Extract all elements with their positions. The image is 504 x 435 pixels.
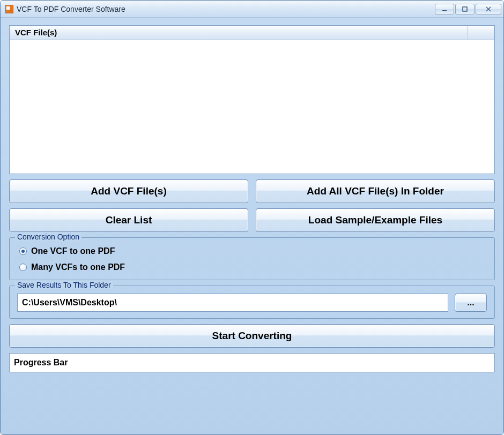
svg-rect-1: [463, 7, 467, 11]
conversion-option-legend: Conversion Option: [15, 232, 81, 241]
radio-many-to-one[interactable]: Many VCFs to one PDF: [19, 262, 485, 272]
clear-list-button[interactable]: Clear List: [9, 208, 248, 232]
conversion-radio-group: One VCF to one PDF Many VCFs to one PDF: [17, 242, 487, 273]
save-folder-input[interactable]: [17, 294, 448, 312]
conversion-option-group: Conversion Option One VCF to one PDF Man…: [9, 237, 495, 280]
window-controls: [435, 4, 501, 14]
radio-label: Many VCFs to one PDF: [31, 262, 125, 272]
app-icon: [5, 5, 13, 13]
minimize-button[interactable]: [435, 4, 454, 14]
radio-indicator-icon: [19, 248, 27, 255]
file-list[interactable]: VCF File(s): [9, 25, 495, 174]
radio-indicator-icon: [19, 264, 27, 271]
load-sample-button[interactable]: Load Sample/Example Files: [256, 208, 495, 232]
client-area: VCF File(s) Add VCF File(s) Add All VCF …: [1, 18, 503, 434]
progress-label: Progress Bar: [14, 358, 68, 368]
app-window: VCF To PDF Converter Software VCF File(s…: [0, 0, 504, 435]
file-list-header-spacer: [468, 26, 494, 39]
file-list-header[interactable]: VCF File(s): [10, 26, 494, 40]
maximize-button[interactable]: [455, 4, 475, 14]
titlebar[interactable]: VCF To PDF Converter Software: [1, 1, 503, 18]
radio-one-to-one[interactable]: One VCF to one PDF: [19, 246, 485, 256]
save-folder-group: Save Results To This Folder ...: [9, 286, 495, 319]
add-vcf-files-button[interactable]: Add VCF File(s): [9, 179, 248, 203]
file-list-column[interactable]: VCF File(s): [10, 26, 468, 39]
browse-folder-button[interactable]: ...: [455, 294, 487, 312]
radio-label: One VCF to one PDF: [31, 246, 115, 256]
close-button[interactable]: [476, 4, 501, 14]
add-all-in-folder-button[interactable]: Add All VCF File(s) In Folder: [256, 179, 495, 203]
save-folder-legend: Save Results To This Folder: [15, 281, 113, 289]
progress-bar: Progress Bar: [9, 353, 495, 372]
file-list-body[interactable]: [10, 40, 494, 174]
action-button-grid: Add VCF File(s) Add All VCF File(s) In F…: [9, 179, 495, 232]
window-title: VCF To PDF Converter Software: [17, 5, 435, 13]
start-converting-button[interactable]: Start Converting: [9, 324, 495, 348]
save-folder-row: ...: [17, 290, 487, 312]
